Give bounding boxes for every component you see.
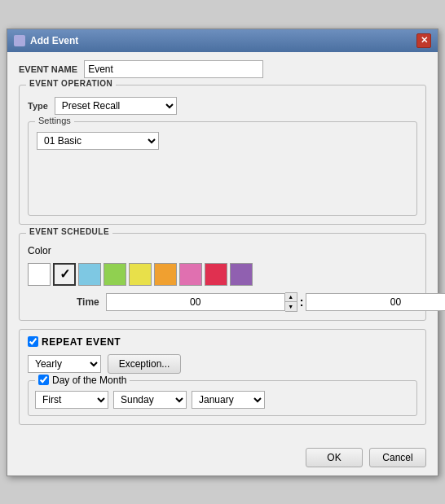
dialog-body: EVENT NAME EVENT OPERATION Type Preset R… — [7, 52, 438, 441]
ordinal-select[interactable]: First Second Third Fourth Last — [35, 391, 108, 409]
time-hours-up[interactable]: ▲ — [285, 293, 297, 302]
type-row: Type Preset Recall Scene Recall Snapshot — [28, 97, 417, 115]
color-swatch-purple[interactable] — [230, 263, 253, 286]
close-button[interactable]: ✕ — [416, 33, 431, 48]
time-minutes-input[interactable] — [306, 293, 445, 311]
event-name-label: EVENT NAME — [19, 64, 77, 74]
time-label: Time — [77, 296, 99, 308]
dialog-title: Add Event — [30, 35, 78, 46]
type-label: Type — [28, 101, 48, 111]
color-row: ✓ — [28, 263, 417, 286]
color-swatch-check[interactable]: ✓ — [53, 263, 76, 286]
time-row: Time ▲ ▼ : ▲ ▼ — [28, 292, 417, 312]
time-hours-input[interactable] — [106, 293, 285, 311]
color-label: Color — [28, 245, 417, 256]
repeat-event-section: REPEAT EVENT Yearly Monthly Weekly Daily… — [19, 329, 426, 425]
repeat-event-label: REPEAT EVENT — [42, 336, 121, 348]
color-swatch-yellow[interactable] — [129, 263, 152, 286]
dialog-icon — [14, 35, 25, 46]
color-swatch-white[interactable] — [28, 263, 51, 286]
color-swatch-green[interactable] — [104, 263, 126, 286]
month-select[interactable]: January February March April May June Ju… — [192, 391, 265, 409]
add-event-dialog: Add Event ✕ EVENT NAME EVENT OPERATION T… — [7, 28, 438, 476]
repeat-event-checkbox-label[interactable]: REPEAT EVENT — [28, 336, 121, 348]
repeat-event-checkbox[interactable] — [28, 336, 38, 347]
color-swatch-red[interactable] — [205, 263, 227, 286]
cancel-button[interactable]: Cancel — [369, 448, 426, 467]
event-name-row: EVENT NAME — [19, 60, 426, 78]
exception-button[interactable]: Exception... — [108, 354, 181, 374]
color-swatch-pink[interactable] — [179, 263, 202, 286]
bottom-row: OK Cancel — [7, 441, 438, 476]
ok-button[interactable]: OK — [306, 448, 363, 467]
time-hours-btns: ▲ ▼ — [285, 292, 297, 312]
title-bar: Add Event ✕ — [7, 29, 438, 52]
repeat-type-select[interactable]: Yearly Monthly Weekly Daily — [28, 355, 101, 373]
day-month-title: Day of the Month — [35, 375, 130, 386]
settings-select[interactable]: 01 Basic 02 Advanced 03 Custom — [37, 132, 159, 150]
event-operation-section: EVENT OPERATION Type Preset Recall Scene… — [19, 85, 426, 225]
event-name-input[interactable] — [84, 60, 263, 78]
settings-title: Settings — [35, 116, 74, 125]
time-hours-down[interactable]: ▼ — [285, 302, 297, 311]
day-month-label: Day of the Month — [52, 375, 126, 386]
settings-box: Settings 01 Basic 02 Advanced 03 Custom — [28, 121, 417, 216]
event-schedule-section: EVENT SCHEDULE Color ✓ Time — [19, 233, 426, 321]
colon-1: : — [300, 296, 304, 309]
color-swatch-light-blue[interactable] — [78, 263, 101, 286]
color-swatch-orange[interactable] — [154, 263, 177, 286]
day-month-checkbox[interactable] — [38, 375, 49, 385]
event-operation-title: EVENT OPERATION — [26, 79, 116, 88]
day-select[interactable]: Sunday Monday Tuesday Wednesday Thursday… — [113, 391, 187, 409]
repeat-row: Yearly Monthly Weekly Daily Exception... — [28, 354, 417, 374]
repeat-event-header: REPEAT EVENT — [28, 336, 417, 348]
time-hours-spinner: ▲ ▼ — [106, 292, 297, 312]
time-minutes-spinner: ▲ ▼ — [306, 292, 445, 312]
day-month-selects: First Second Third Fourth Last Sunday Mo… — [35, 391, 410, 409]
type-select[interactable]: Preset Recall Scene Recall Snapshot — [55, 97, 177, 115]
event-schedule-title: EVENT SCHEDULE — [26, 227, 112, 236]
day-month-box: Day of the Month First Second Third Four… — [28, 380, 417, 416]
